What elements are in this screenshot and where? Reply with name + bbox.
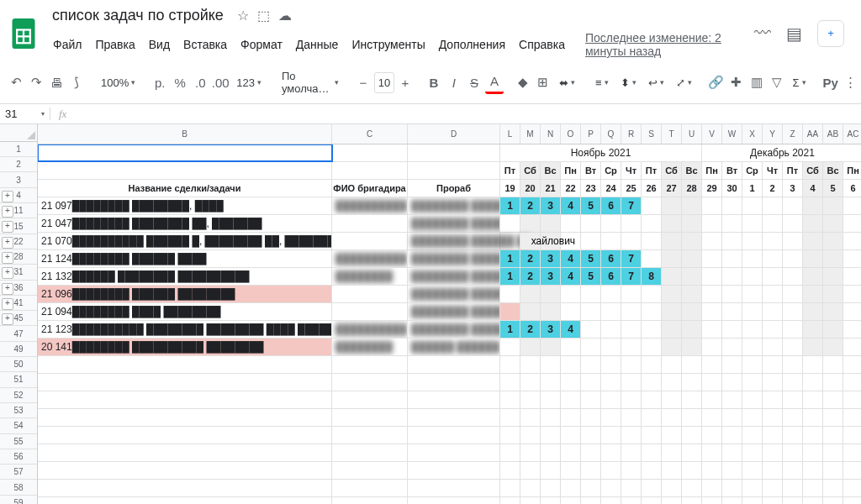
row-header[interactable]: 4	[0, 188, 37, 203]
cell[interactable]	[38, 391, 332, 408]
cell[interactable]	[803, 268, 823, 285]
cell[interactable]	[803, 286, 823, 302]
cell[interactable]	[783, 321, 803, 338]
cell[interactable]	[408, 462, 500, 479]
cell[interactable]	[823, 374, 843, 391]
cell[interactable]	[702, 286, 722, 302]
row-header[interactable]: 53	[0, 403, 37, 418]
cell[interactable]	[642, 321, 662, 338]
valign-button[interactable]: ⬍	[615, 73, 642, 92]
cell[interactable]	[843, 321, 861, 338]
cell[interactable]	[601, 286, 621, 302]
row-header[interactable]: 52	[0, 388, 37, 403]
row-header[interactable]: 36	[0, 281, 37, 296]
cell[interactable]	[408, 480, 500, 496]
font-size-input[interactable]: 10	[374, 72, 394, 93]
cell[interactable]	[500, 480, 520, 496]
cell[interactable]	[621, 427, 642, 444]
cell[interactable]	[38, 444, 332, 461]
cell[interactable]	[702, 339, 722, 355]
cell-task[interactable]: 21 097 ████████ ████████, ████	[38, 197, 332, 214]
cell[interactable]	[520, 444, 541, 461]
cell[interactable]	[823, 321, 843, 338]
cell[interactable]	[621, 480, 642, 496]
cell[interactable]	[783, 374, 803, 391]
col-header-L[interactable]: L	[500, 124, 520, 144]
cell[interactable]	[621, 321, 642, 338]
cell[interactable]: 5	[581, 197, 601, 214]
cell[interactable]: 7	[621, 268, 642, 285]
name-box[interactable]: 31	[0, 108, 50, 120]
cell[interactable]	[500, 374, 520, 391]
cell[interactable]	[38, 427, 332, 444]
cell[interactable]	[843, 480, 861, 496]
cell[interactable]: 1	[500, 321, 520, 338]
link-button[interactable]: 🔗	[707, 71, 726, 93]
comment-button[interactable]: ✚	[727, 71, 746, 93]
cell[interactable]	[722, 197, 742, 214]
cell[interactable]	[763, 321, 783, 338]
cell[interactable]	[581, 215, 601, 232]
row-header[interactable]: 51	[0, 372, 37, 387]
cell[interactable]	[561, 374, 581, 391]
cell[interactable]: ██████████	[332, 321, 408, 338]
cell[interactable]	[541, 374, 561, 391]
cell[interactable]	[742, 286, 763, 302]
cell[interactable]	[742, 321, 763, 338]
cell[interactable]: 20	[520, 180, 541, 197]
cell[interactable]	[662, 286, 682, 302]
cell[interactable]	[601, 462, 621, 479]
cell[interactable]	[682, 391, 702, 408]
cell[interactable]	[803, 339, 823, 355]
cell[interactable]	[332, 409, 408, 426]
cell[interactable]	[642, 462, 662, 479]
share-button[interactable]: +	[817, 20, 844, 47]
cell[interactable]: ФИО бригадира	[332, 180, 408, 197]
cell[interactable]: 1	[500, 250, 520, 267]
cell[interactable]: Вс	[541, 162, 561, 179]
cell[interactable]	[662, 321, 682, 338]
cell[interactable]	[408, 391, 500, 408]
cell[interactable]	[520, 339, 541, 355]
menu-tools[interactable]: Инструменты	[346, 34, 430, 55]
cell[interactable]	[682, 339, 702, 355]
cell[interactable]: 4	[803, 180, 823, 197]
filter-button[interactable]: ▽	[768, 71, 786, 93]
cell[interactable]: ████████ █████	[408, 268, 500, 285]
cell[interactable]	[662, 374, 682, 391]
cell[interactable]	[783, 462, 803, 479]
cell[interactable]: ██████████	[332, 250, 408, 267]
cell[interactable]	[581, 480, 601, 496]
cell[interactable]: Вт	[722, 162, 742, 179]
col-header-Q[interactable]: Q	[601, 124, 621, 144]
col-header-Z[interactable]: Z	[783, 124, 803, 144]
cell[interactable]	[742, 427, 763, 444]
col-header-R[interactable]: R	[621, 124, 642, 144]
menu-format[interactable]: Формат	[235, 34, 288, 55]
cell[interactable]: 5	[823, 180, 843, 197]
cell[interactable]: Чт	[763, 162, 783, 179]
input-tools-button[interactable]: Ру	[821, 72, 840, 93]
cell[interactable]	[621, 462, 642, 479]
cell[interactable]	[621, 391, 642, 408]
cell[interactable]: 23	[581, 180, 601, 197]
menu-file[interactable]: Файл	[47, 34, 87, 55]
cell[interactable]	[742, 356, 763, 373]
cell[interactable]	[581, 427, 601, 444]
cell[interactable]	[722, 427, 742, 444]
cell[interactable]	[763, 303, 783, 320]
cell[interactable]: ████████ █████	[408, 250, 500, 267]
cell[interactable]	[722, 339, 742, 355]
cell[interactable]	[742, 374, 763, 391]
cell[interactable]	[561, 356, 581, 373]
cell[interactable]	[561, 303, 581, 320]
cell[interactable]	[520, 480, 541, 496]
comments-icon[interactable]: ▤	[786, 24, 802, 44]
cell[interactable]: Пт	[642, 162, 662, 179]
task-id-link[interactable]: 21 132	[41, 270, 72, 282]
cell[interactable]	[621, 339, 642, 355]
cell[interactable]	[722, 391, 742, 408]
cell[interactable]	[763, 250, 783, 267]
cell[interactable]	[601, 391, 621, 408]
cell[interactable]	[823, 286, 843, 302]
